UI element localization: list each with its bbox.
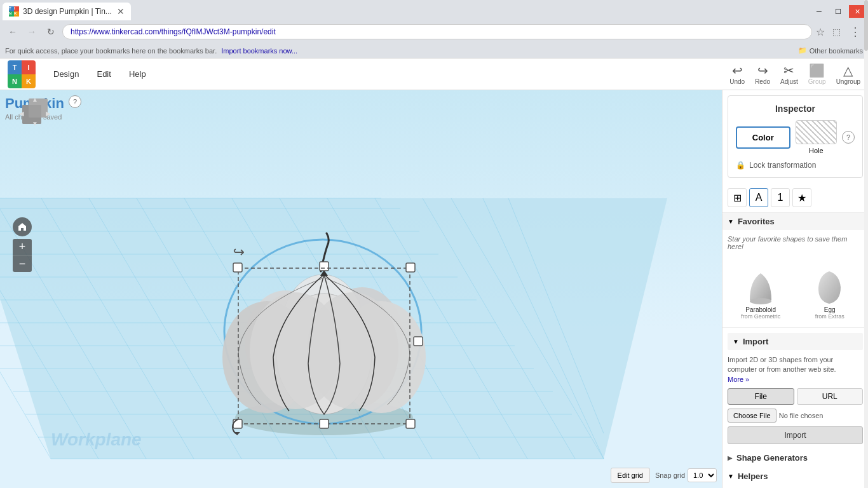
helpers-section: ▼ Helpers <box>722 466 868 488</box>
extensions-button[interactable]: ⬚ <box>829 24 844 39</box>
back-button[interactable]: ← <box>5 24 20 39</box>
redo-icon: ↪ <box>757 63 768 78</box>
forward-button[interactable]: → <box>24 24 39 39</box>
inspector-help-icon[interactable]: ? <box>842 131 855 144</box>
svg-rect-48 <box>414 337 423 346</box>
choose-file-button[interactable]: Choose File <box>728 409 776 423</box>
url-import-button[interactable]: URL <box>797 388 864 405</box>
svg-rect-41 <box>320 262 329 271</box>
shapes-grid: Paraboloid from Geometric <box>722 261 868 327</box>
help-icon: ? <box>73 98 77 105</box>
lock-icon: 🔒 <box>736 161 745 170</box>
list-view-button[interactable]: A <box>749 188 768 207</box>
app-header: T I N K E R C A D Design Edit Help ↩ Und… <box>0 58 868 90</box>
tinkercad-logo[interactable]: T I N K E R C A D <box>8 60 36 88</box>
canvas-area[interactable]: Pumpkin All changes saved ? <box>0 90 722 488</box>
other-bookmarks[interactable]: 📁 Other bookmarks <box>798 46 863 55</box>
workplane[interactable]: ↩ Workplane <box>0 90 722 488</box>
edit-menu[interactable]: Edit <box>89 65 118 83</box>
minimize-button[interactable]: ─ <box>811 5 827 18</box>
svg-rect-43 <box>233 263 242 272</box>
import-section: ▼ Import Import 2D or 3D shapes from you… <box>722 327 868 449</box>
inspector-title: Inspector <box>736 104 855 114</box>
paraboloid-shape-item[interactable]: Paraboloid from Geometric <box>728 266 794 322</box>
favorites-section: ▼ Favorites Star your favorite shapes to… <box>722 213 868 255</box>
lock-transformation-row[interactable]: 🔒 Lock transformation <box>736 161 855 170</box>
svg-text:↩: ↩ <box>233 244 245 260</box>
redo-tool[interactable]: ↪ Redo <box>755 63 770 85</box>
group-icon: ⬛ <box>809 63 825 78</box>
hole-label: Hole <box>796 147 837 154</box>
toolbar: ↩ Undo ↪ Redo ✂ Adjust ⬛ Group △ Ungroup <box>729 63 860 85</box>
adjust-tool[interactable]: ✂ Adjust <box>780 63 798 85</box>
bookmarks-prompt: For quick access, place your bookmarks h… <box>5 47 217 55</box>
edit-grid-button[interactable]: Edit grid <box>611 468 650 483</box>
adjust-icon: ✂ <box>783 63 794 78</box>
logo-t: T <box>8 60 22 74</box>
import-bookmarks-link[interactable]: Import bookmarks now... <box>221 47 297 55</box>
egg-preview <box>811 268 849 306</box>
ungroup-label: Ungroup <box>836 78 860 85</box>
lock-label: Lock transformation <box>749 161 816 170</box>
favorites-header[interactable]: ▼ Favorites <box>722 213 868 230</box>
ungroup-icon: △ <box>843 63 853 78</box>
group-tool[interactable]: ⬛ Group <box>808 63 826 85</box>
zoom-out-button[interactable]: − <box>13 255 32 272</box>
undo-tool[interactable]: ↩ Undo <box>729 63 745 85</box>
color-button[interactable]: Color <box>736 126 790 149</box>
home-camera-button[interactable] <box>13 217 32 236</box>
svg-text:▲: ▲ <box>32 96 38 103</box>
egg-shape-item[interactable]: Egg from Extras <box>797 266 864 322</box>
close-button[interactable]: ✕ <box>849 5 865 18</box>
svg-text:◀: ◀ <box>19 110 24 117</box>
zoom-in-button[interactable]: + <box>13 239 32 255</box>
app-menu: Design Edit Help <box>46 65 154 83</box>
snap-grid-label: Snap grid <box>655 471 685 479</box>
logo-k: K <box>22 74 36 88</box>
hole-pattern <box>796 121 837 144</box>
svg-point-39 <box>307 292 398 409</box>
tab-close-button[interactable]: ✕ <box>117 6 125 17</box>
group-label: Group <box>808 78 826 85</box>
browser-tab[interactable]: T I N K 3D design Pumpkin | Tin... ✕ <box>3 3 131 20</box>
star-view-button[interactable]: ★ <box>792 188 811 207</box>
import-title: Import <box>743 337 768 346</box>
undo-label: Undo <box>729 78 745 85</box>
bookmark-star-icon[interactable]: ☆ <box>816 26 825 38</box>
import-header[interactable]: ▼ Import <box>728 333 863 350</box>
address-input[interactable] <box>62 24 812 39</box>
help-button[interactable]: ? <box>69 95 81 108</box>
import-more-link[interactable]: More » <box>728 376 749 383</box>
design-menu[interactable]: Design <box>46 65 86 83</box>
helpers-header[interactable]: ▼ Helpers <box>728 469 863 484</box>
ungroup-tool[interactable]: △ Ungroup <box>836 63 860 85</box>
hole-button[interactable] <box>796 120 837 144</box>
svg-text:▼: ▼ <box>32 120 38 127</box>
view-icons-bar: ⊞ A 1 ★ <box>722 183 868 213</box>
import-submit-button[interactable]: Import <box>728 426 863 444</box>
help-menu[interactable]: Help <box>121 65 154 83</box>
shape-generators-header: ▶ Shape Generators <box>728 453 863 463</box>
refresh-button[interactable]: ↻ <box>43 24 58 39</box>
svg-rect-45 <box>233 419 242 428</box>
svg-rect-46 <box>406 419 415 428</box>
paraboloid-preview <box>742 268 780 306</box>
no-file-chosen-label: No file chosen <box>779 412 824 419</box>
svg-rect-47 <box>320 419 329 428</box>
grid-controls: Edit grid Snap grid 1.0 <box>611 468 717 483</box>
navigation-cube[interactable]: ▲ ▼ ◀ ▶ <box>19 95 51 127</box>
egg-name: Egg <box>824 306 836 313</box>
shape-generators-title: Shape Generators <box>736 453 808 463</box>
snap-grid-select[interactable]: 1.0 <box>688 468 717 482</box>
number-view-button[interactable]: 1 <box>771 188 790 207</box>
shape-generators-section[interactable]: ▶ Shape Generators <box>722 449 868 466</box>
maximize-button[interactable]: ☐ <box>830 5 846 18</box>
file-choose-row: Choose File No file chosen <box>728 409 863 423</box>
address-bar: ← → ↻ ☆ ⬚ ⋮ <box>0 20 868 43</box>
egg-source: from Extras <box>815 313 844 320</box>
menu-button[interactable]: ⋮ <box>848 24 863 39</box>
file-import-button[interactable]: File <box>728 388 794 405</box>
grid-view-button[interactable]: ⊞ <box>728 188 747 207</box>
main-content: Pumpkin All changes saved ? <box>0 90 868 488</box>
helpers-arrow-icon: ▼ <box>728 473 734 480</box>
